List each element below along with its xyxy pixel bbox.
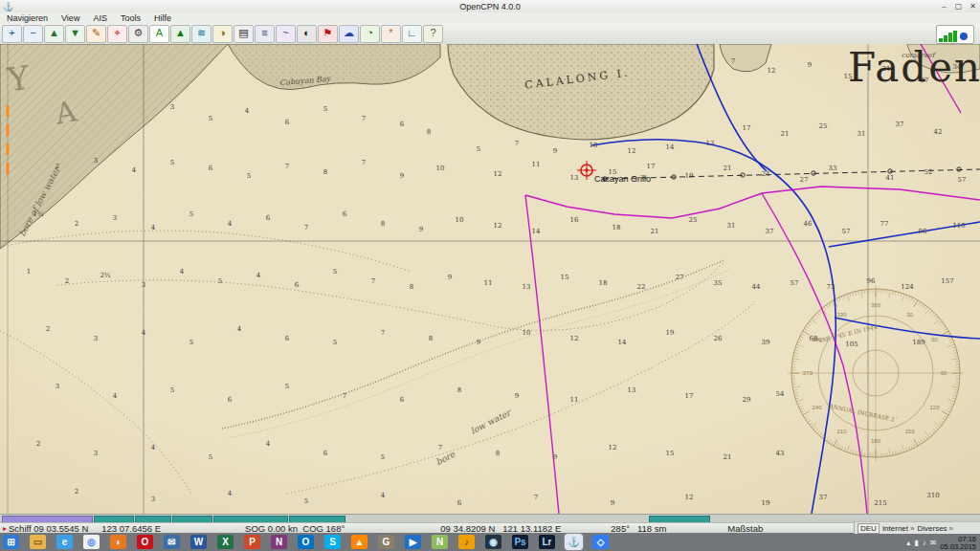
- ais-targets-button[interactable]: ▲: [170, 25, 190, 43]
- skype-taskbar-icon[interactable]: S: [324, 535, 341, 549]
- svg-text:150: 150: [904, 429, 915, 434]
- window-title: OpenCPN 4.0.0: [0, 2, 980, 11]
- measure-button[interactable]: ∟: [402, 25, 422, 43]
- minimize-button[interactable]: –: [937, 2, 951, 11]
- svg-text:210: 210: [836, 429, 847, 434]
- menu-ais[interactable]: AIS: [86, 13, 114, 23]
- powerpoint-taskbar-icon[interactable]: P: [244, 535, 260, 549]
- svg-text:360: 360: [871, 302, 881, 308]
- create-route-button[interactable]: ✎: [86, 25, 106, 43]
- ownship-place-label: Cacayan Grillo: [594, 174, 651, 184]
- close-button[interactable]: ✕: [966, 2, 980, 11]
- signal-bar-icon: [953, 31, 957, 42]
- steam-taskbar-icon[interactable]: ◉: [485, 535, 501, 549]
- notepad-plus-taskbar-icon[interactable]: N: [432, 535, 448, 549]
- about-help-button[interactable]: ?: [423, 25, 443, 43]
- route-manager-button[interactable]: ≡: [255, 25, 275, 43]
- enc-text-button[interactable]: A: [149, 25, 169, 43]
- menu-view[interactable]: View: [55, 13, 86, 23]
- taskbar: ⊞▭e◎◗O✉WXPNOS▲G▶N♪◉PsLr⚓◇: [0, 533, 854, 551]
- toolbar-diverses[interactable]: Diverses: [917, 524, 947, 533]
- gimp-taskbar-icon[interactable]: G: [378, 535, 394, 549]
- zoom-out-button[interactable]: −: [23, 25, 43, 43]
- taskbar-clock[interactable]: 07:16 05.03.2015: [940, 536, 976, 551]
- taskbar-right-panel: DEU Internet»Diverses» ▴▮♪✉ 07:16 05.03.…: [854, 521, 980, 551]
- clock-date: 05.03.2015: [940, 542, 976, 551]
- network-icon[interactable]: ▮: [914, 539, 918, 547]
- chart-area[interactable]: 306090120150180210240270300330360 712915…: [0, 44, 980, 514]
- outlook-taskbar-icon[interactable]: O: [298, 535, 314, 549]
- opencpn-taskbar-icon[interactable]: ⚓: [566, 535, 582, 549]
- gps-status-widget[interactable]: [936, 25, 974, 44]
- toggle-track-button[interactable]: ~: [276, 25, 296, 43]
- chevron-icon[interactable]: »: [949, 524, 953, 533]
- compass-icon: [960, 33, 968, 40]
- grib-weather-button[interactable]: ☁: [339, 25, 359, 43]
- coral-reef-label: coral reef: [902, 52, 934, 59]
- print-chart-button[interactable]: ▤: [234, 25, 254, 43]
- signal-bar-icon: [948, 33, 952, 42]
- media-player-taskbar-icon[interactable]: ▶: [405, 535, 421, 549]
- dropbox-taskbar-icon[interactable]: ◇: [592, 535, 609, 549]
- toolbar-internet[interactable]: Internet: [882, 524, 908, 533]
- internet-explorer-taskbar-icon[interactable]: e: [56, 535, 73, 549]
- start-taskbar-icon[interactable]: ⊞: [3, 535, 19, 549]
- opera-taskbar-icon[interactable]: O: [137, 535, 153, 549]
- dashboard-button[interactable]: ◔: [360, 25, 380, 43]
- auto-follow-button[interactable]: ⌖: [107, 25, 127, 43]
- menu-hilfe[interactable]: Hilfe: [147, 13, 178, 23]
- show-currents-button[interactable]: ≋: [191, 25, 212, 43]
- signal-bar-icon: [944, 35, 947, 42]
- color-scheme-button[interactable]: ◐: [297, 25, 317, 43]
- svg-text:30: 30: [906, 312, 913, 318]
- svg-text:60: 60: [931, 337, 938, 342]
- settings-button[interactable]: ⚙: [128, 25, 148, 43]
- explorer-taskbar-icon[interactable]: ▭: [30, 535, 46, 549]
- svg-text:90: 90: [941, 370, 947, 376]
- winamp-taskbar-icon[interactable]: ♪: [458, 535, 475, 549]
- svg-text:120: 120: [929, 405, 940, 410]
- word-taskbar-icon[interactable]: W: [190, 535, 207, 549]
- wmm-compass-button[interactable]: *: [381, 25, 401, 43]
- chrome-taskbar-icon[interactable]: ◎: [83, 535, 100, 549]
- excel-taskbar-icon[interactable]: X: [217, 535, 234, 549]
- photoshop-taskbar-icon[interactable]: Ps: [512, 535, 528, 549]
- zoom-in-button[interactable]: +: [2, 25, 22, 43]
- volume-icon[interactable]: ♪: [923, 539, 926, 547]
- show-hidden-icons[interactable]: ▴: [906, 539, 910, 547]
- mail-notify-icon[interactable]: ✉: [930, 539, 937, 547]
- chart-canvas[interactable]: 306090120150180210240270300330360: [0, 44, 980, 514]
- ownship-status-icon: ▸: [3, 524, 7, 533]
- maximize-button[interactable]: ▢: [951, 2, 966, 11]
- svg-text:180: 180: [871, 438, 881, 444]
- firefox-taskbar-icon[interactable]: ◗: [110, 535, 126, 549]
- menu-tools[interactable]: Tools: [114, 13, 147, 23]
- lightroom-taskbar-icon[interactable]: Lr: [539, 535, 555, 549]
- language-toolbar: DEU Internet»Diverses»: [854, 521, 980, 534]
- svg-text:270: 270: [803, 370, 813, 376]
- svg-text:330: 330: [836, 312, 847, 318]
- language-indicator[interactable]: DEU: [858, 523, 880, 534]
- show-tides-button[interactable]: ◑: [212, 25, 233, 43]
- man-overboard-button[interactable]: ⚑: [318, 25, 338, 43]
- mail-taskbar-icon[interactable]: ✉: [164, 535, 180, 549]
- signal-bar-icon: [939, 38, 943, 42]
- title-bar: ⚓ OpenCPN 4.0.0 – ▢ ✕: [0, 0, 980, 13]
- vlc-taskbar-icon[interactable]: ▲: [351, 535, 368, 549]
- svg-text:240: 240: [813, 405, 823, 410]
- scale-in-button[interactable]: ▲: [44, 25, 64, 43]
- menu-navigieren[interactable]: Navigieren: [0, 13, 55, 23]
- scale-out-button[interactable]: ▼: [65, 25, 85, 43]
- system-tray: ▴▮♪✉ 07:16 05.03.2015: [854, 534, 980, 551]
- onenote-taskbar-icon[interactable]: N: [271, 535, 287, 549]
- toolbar: +−▲▼✎⌖⚙A▲≋◑▤≡~◐⚑☁◔*∟?: [0, 24, 980, 45]
- chevron-icon[interactable]: »: [910, 524, 914, 533]
